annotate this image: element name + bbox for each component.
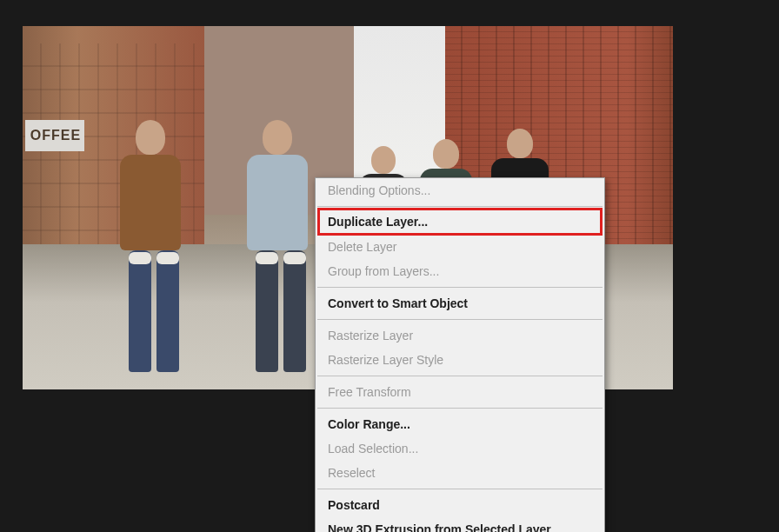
menu-reselect[interactable]: Reselect [316,461,604,485]
menu-separator [317,376,603,376]
menu-separator [317,319,603,320]
menu-separator [317,408,603,409]
layer-context-menu: Blending Options... Duplicate Layer... D… [315,177,605,532]
menu-rasterize-layer[interactable]: Rasterize Layer [316,323,604,348]
menu-rasterize-layer-style[interactable]: Rasterize Layer Style [316,348,604,372]
menu-postcard[interactable]: Postcard [316,493,604,517]
menu-free-transform[interactable]: Free Transform [316,380,604,404]
menu-duplicate-layer[interactable]: Duplicate Layer... [320,210,600,233]
menu-delete-layer[interactable]: Delete Layer [316,235,604,259]
menu-new-3d-extrusion-selected[interactable]: New 3D Extrusion from Selected Layer [316,517,604,532]
photo-person-1 [111,120,190,381]
photo-coffee-sign: OFFEE [25,120,84,151]
menu-separator [317,489,603,489]
menu-group-from-layers[interactable]: Group from Layers... [316,259,604,283]
menu-separator [317,206,603,207]
menu-load-selection[interactable]: Load Selection... [316,436,604,461]
menu-color-range[interactable]: Color Range... [316,412,604,436]
menu-separator [317,287,603,288]
menu-blending-options[interactable]: Blending Options... [316,178,604,203]
photo-person-2 [238,120,316,381]
menu-convert-smart-object[interactable]: Convert to Smart Object [316,291,604,316]
